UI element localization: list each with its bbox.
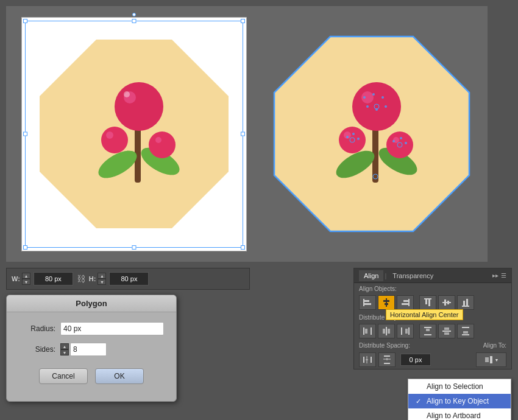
svg-rect-52 bbox=[442, 302, 451, 303]
svg-rect-72 bbox=[444, 332, 449, 335]
svg-rect-49 bbox=[424, 298, 431, 299]
svg-rect-40 bbox=[363, 299, 364, 306]
svg-rect-74 bbox=[462, 334, 469, 335]
transform-bar-container: W: ▲ ▼ ⛓ H: ▲ ▼ bbox=[0, 268, 256, 402]
distribute-left-btn[interactable] bbox=[359, 324, 376, 338]
svg-point-8 bbox=[124, 91, 130, 97]
distribute-spacing-row: Distribute Spacing: Align To: bbox=[354, 340, 511, 351]
distribute-vert-space-btn[interactable] bbox=[378, 352, 396, 367]
handle-bm[interactable] bbox=[132, 245, 137, 250]
handle-tr[interactable] bbox=[241, 19, 245, 23]
svg-point-35 bbox=[405, 142, 407, 144]
h-input[interactable] bbox=[109, 272, 149, 285]
svg-point-29 bbox=[352, 133, 355, 135]
align-to-dropdown-menu: Align to Selection ✓ Align to Key Object… bbox=[408, 379, 511, 420]
svg-rect-41 bbox=[364, 300, 369, 302]
handle-ml[interactable] bbox=[23, 132, 27, 136]
distribute-top-btn[interactable] bbox=[419, 324, 436, 338]
svg-point-11 bbox=[149, 131, 176, 158]
sides-stepper-up[interactable]: ▲ bbox=[60, 343, 69, 349]
align-right-btn[interactable] bbox=[397, 295, 414, 310]
handle-br[interactable] bbox=[241, 245, 245, 250]
svg-point-33 bbox=[392, 140, 395, 142]
svg-rect-53 bbox=[444, 299, 446, 306]
svg-rect-85 bbox=[490, 356, 492, 363]
svg-point-18 bbox=[352, 82, 401, 131]
svg-rect-65 bbox=[408, 327, 410, 335]
svg-rect-84 bbox=[485, 357, 489, 362]
dropdown-item-selection[interactable]: Align to Selection bbox=[408, 379, 511, 394]
dropdown-item-key-object[interactable]: ✓ Align to Key Object bbox=[408, 394, 511, 408]
tab-align[interactable]: Align bbox=[359, 270, 383, 281]
panel-header: Align | Transparency ▸▸ ☰ bbox=[354, 268, 511, 283]
sides-stepper-down[interactable]: ▼ bbox=[60, 349, 69, 355]
check-key-object: ✓ bbox=[416, 397, 423, 405]
plant-illustration-left bbox=[90, 67, 188, 201]
transform-bar: W: ▲ ▼ ⛓ H: ▲ ▼ bbox=[6, 268, 250, 290]
plant-illustration-right bbox=[328, 67, 425, 201]
w-stepper-up[interactable]: ▲ bbox=[22, 273, 30, 279]
svg-rect-59 bbox=[371, 327, 372, 335]
ok-button[interactable]: OK bbox=[95, 368, 144, 384]
dropdown-item-artboard[interactable]: Align to Artboard bbox=[408, 408, 511, 420]
distribute-center-v-btn[interactable] bbox=[438, 324, 455, 338]
svg-rect-46 bbox=[408, 299, 410, 306]
spacing-controls-row: ▼ Align to Selection ✓ Align to Key Obje… bbox=[354, 351, 511, 369]
cancel-button[interactable]: Cancel bbox=[39, 368, 88, 384]
svg-rect-60 bbox=[365, 329, 367, 334]
handle-rotate[interactable] bbox=[132, 13, 136, 16]
align-top-btn[interactable] bbox=[419, 295, 436, 310]
svg-point-20 bbox=[363, 96, 366, 99]
distribute-bottom-btn[interactable] bbox=[457, 324, 474, 338]
align-left-btn[interactable] bbox=[359, 295, 376, 310]
svg-rect-55 bbox=[462, 306, 469, 307]
panel-menu-icon[interactable]: ▸▸ ☰ bbox=[492, 272, 506, 279]
distribute-center-h-btn[interactable] bbox=[378, 324, 395, 338]
h-stepper-up[interactable]: ▲ bbox=[98, 273, 106, 279]
svg-point-23 bbox=[366, 105, 369, 108]
radius-input[interactable] bbox=[60, 322, 164, 335]
handle-tl[interactable] bbox=[23, 19, 27, 23]
h-label: H: bbox=[89, 275, 96, 282]
handle-bl[interactable] bbox=[23, 245, 27, 250]
svg-rect-80 bbox=[384, 355, 390, 357]
svg-rect-68 bbox=[424, 334, 431, 335]
tab-transparency[interactable]: Transparency bbox=[388, 270, 438, 281]
svg-point-6 bbox=[115, 82, 163, 131]
dialog-buttons: Cancel OK bbox=[19, 363, 164, 391]
align-to-dropdown[interactable]: ▼ bbox=[476, 352, 506, 367]
svg-rect-56 bbox=[463, 301, 465, 306]
svg-rect-57 bbox=[466, 299, 468, 306]
align-bottom-btn[interactable] bbox=[457, 295, 474, 310]
handle-tm[interactable] bbox=[132, 19, 137, 23]
distribute-objects-row bbox=[354, 322, 511, 340]
sides-input[interactable] bbox=[70, 343, 107, 356]
svg-point-9 bbox=[101, 127, 128, 153]
distribute-horiz-space-btn[interactable] bbox=[359, 352, 376, 367]
svg-rect-75 bbox=[463, 331, 468, 334]
align-to-label: Align To: bbox=[483, 342, 506, 349]
spacing-input[interactable] bbox=[400, 354, 431, 366]
align-center-v-btn[interactable] bbox=[438, 295, 455, 310]
dialog-title: Polygon bbox=[7, 295, 176, 312]
svg-point-26 bbox=[339, 127, 366, 153]
panel-container: Align | Transparency ▸▸ ☰ Align Objects: bbox=[256, 268, 518, 376]
right-canvas-area bbox=[256, 6, 488, 262]
w-stepper-down[interactable]: ▼ bbox=[22, 279, 30, 285]
svg-point-12 bbox=[155, 137, 161, 143]
align-center-h-btn[interactable] bbox=[378, 295, 395, 310]
svg-point-10 bbox=[106, 131, 113, 139]
distribute-right-btn[interactable] bbox=[397, 324, 414, 338]
width-field: W: ▲ ▼ bbox=[12, 272, 73, 285]
svg-rect-42 bbox=[364, 303, 371, 305]
handle-mr[interactable] bbox=[241, 132, 245, 136]
svg-rect-58 bbox=[363, 327, 364, 335]
svg-rect-76 bbox=[363, 357, 364, 363]
svg-rect-61 bbox=[386, 327, 387, 335]
svg-rect-51 bbox=[428, 299, 430, 306]
svg-rect-14 bbox=[372, 122, 378, 183]
w-input[interactable] bbox=[34, 272, 73, 285]
link-proportions-icon[interactable]: ⛓ bbox=[76, 273, 87, 284]
svg-rect-73 bbox=[462, 327, 469, 328]
h-stepper-down[interactable]: ▼ bbox=[98, 279, 106, 285]
